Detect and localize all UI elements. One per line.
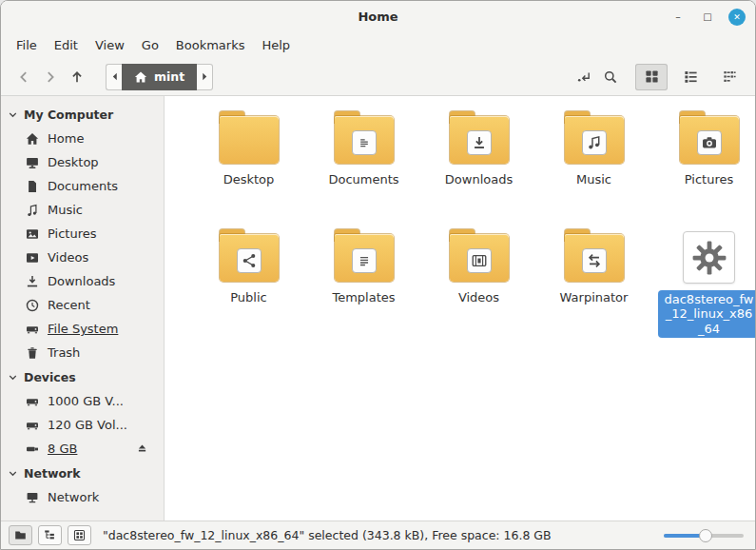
places-folder-icon: [14, 529, 27, 541]
list-view-icon: [684, 69, 698, 84]
folder-icon: [450, 229, 509, 284]
file-label: Warpinator: [560, 290, 629, 304]
trash-icon: [26, 346, 39, 360]
breadcrumb: mint: [106, 64, 213, 90]
icon-view-button[interactable]: [635, 64, 668, 90]
download-emblem: [467, 130, 492, 155]
search-button[interactable]: [597, 64, 624, 90]
folder-icon: [680, 111, 739, 166]
menu-item-go[interactable]: Go: [133, 34, 167, 56]
menu-item-help[interactable]: Help: [253, 34, 299, 56]
chevron-down-icon: [9, 112, 17, 118]
window-title: Home: [358, 10, 397, 24]
eject-icon: [136, 442, 148, 455]
file-item-documents[interactable]: Documents: [306, 111, 421, 229]
eject-button[interactable]: [136, 442, 148, 455]
file-item-videos[interactable]: Videos: [421, 229, 536, 347]
file-item-downloads[interactable]: Downloads: [421, 111, 536, 229]
zoom-slider[interactable]: [664, 529, 744, 542]
sidebar-item-8-gb[interactable]: 8 GB: [1, 437, 164, 461]
folder-icon: [565, 111, 624, 166]
sidebar-item-network[interactable]: Network: [1, 485, 164, 509]
file-label: dac8stereo_fw_12_linux_x86_64: [658, 290, 756, 338]
list-view-button[interactable]: [674, 64, 707, 90]
zoom-slider-thumb[interactable]: [699, 529, 712, 542]
titlebar[interactable]: Home – □ ✕: [1, 1, 755, 32]
breadcrumb-scroll-left-button[interactable]: [106, 64, 122, 90]
sidebar-item-label: Home: [48, 131, 84, 146]
sidebar-tree-toggle-button[interactable]: [38, 525, 62, 545]
sidebar-item-pictures[interactable]: Pictures: [1, 222, 164, 246]
music-emblem: [582, 130, 607, 155]
sidebar-item-videos[interactable]: Videos: [1, 246, 164, 269]
pictures-icon: [26, 227, 39, 241]
file-grid: DesktopDocumentsDownloadsMusicPicturesPu…: [165, 96, 756, 521]
sidebar-item-120-gb-vol[interactable]: 120 GB Vol...: [1, 413, 164, 437]
treeview-icon: [44, 529, 56, 541]
template-emblem: [352, 248, 377, 273]
sidebar-section-label: Network: [24, 466, 81, 481]
forward-icon: [43, 69, 58, 85]
statusbar: "dac8stereo_fw_12_linux_x86_64" selected…: [1, 521, 755, 549]
file-label: Public: [230, 290, 266, 304]
sidebar-item-label: Music: [48, 203, 83, 217]
file-item-public[interactable]: Public: [191, 229, 306, 347]
sidebar-item-label: Network: [48, 490, 99, 504]
toggle-location-entry-button[interactable]: [571, 64, 597, 90]
file-item-music[interactable]: Music: [536, 111, 651, 229]
sidebar-item-trash[interactable]: Trash: [1, 341, 164, 364]
menu-item-file[interactable]: File: [8, 34, 46, 56]
forward-button[interactable]: [37, 64, 64, 90]
sidebar-item-label: 1000 GB V...: [48, 394, 124, 408]
menu-item-edit[interactable]: Edit: [46, 34, 87, 56]
sidebar-item-home[interactable]: Home: [1, 127, 164, 150]
chevron-left-icon: [111, 72, 118, 81]
expand-pane-toggle-button[interactable]: [68, 525, 91, 545]
compact-view-button[interactable]: [713, 64, 746, 90]
sidebar-item-file-system[interactable]: File System: [1, 317, 164, 341]
network-icon: [26, 491, 39, 504]
sidebar-item-music[interactable]: Music: [1, 198, 164, 222]
sidebar-section-my-computer[interactable]: My Computer: [1, 102, 164, 127]
sidebar-item-label: File System: [48, 322, 118, 336]
folder-icon: [450, 111, 509, 166]
sidebar-item-label: Documents: [48, 179, 118, 193]
downloads-icon: [26, 275, 39, 288]
breadcrumb-home-button[interactable]: mint: [122, 64, 197, 90]
file-item-pictures[interactable]: Pictures: [651, 111, 756, 229]
file-item-warpinator[interactable]: Warpinator: [536, 229, 651, 347]
close-button[interactable]: ✕: [728, 9, 746, 26]
sidebar-item-label: Desktop: [48, 155, 99, 169]
menu-item-bookmarks[interactable]: Bookmarks: [167, 34, 254, 56]
menu-item-view[interactable]: View: [87, 34, 133, 56]
sidebar-item-documents[interactable]: Documents: [1, 174, 164, 198]
sidebar-item-label: Recent: [48, 298, 90, 312]
sidebar-section-label: My Computer: [24, 108, 113, 122]
toolbar: mint: [1, 58, 755, 96]
sidebar-section-label: Devices: [24, 370, 76, 384]
sidebar-section-network[interactable]: Network: [1, 461, 164, 485]
file-label: Templates: [332, 290, 395, 304]
breadcrumb-scroll-right-button[interactable]: [197, 64, 213, 90]
file-item-templates[interactable]: Templates: [306, 229, 421, 347]
sidebar-item-label: Pictures: [48, 226, 96, 241]
sidebar-section-devices[interactable]: Devices: [1, 364, 164, 389]
filesystem-icon: [26, 323, 39, 336]
file-item-dac8stereo-fw-12-linux-x86-64[interactable]: dac8stereo_fw_12_linux_x86_64: [651, 229, 756, 347]
share-emblem: [237, 248, 262, 273]
video-emblem: [467, 248, 492, 273]
sidebar-item-desktop[interactable]: Desktop: [1, 150, 164, 174]
sidebar-places-toggle-button[interactable]: [9, 525, 32, 545]
drive-icon: [26, 395, 39, 408]
file-item-desktop[interactable]: Desktop: [191, 111, 306, 229]
warp-emblem: [582, 248, 607, 273]
back-button[interactable]: [10, 64, 37, 90]
minimize-button[interactable]: –: [669, 9, 687, 26]
sidebar-item-1000-gb-v[interactable]: 1000 GB V...: [1, 389, 164, 413]
sidebar-item-label: Videos: [48, 250, 88, 265]
sidebar-item-downloads[interactable]: Downloads: [1, 269, 164, 293]
up-button[interactable]: [64, 64, 90, 90]
maximize-button[interactable]: □: [699, 9, 716, 26]
search-icon: [603, 69, 618, 85]
sidebar-item-recent[interactable]: Recent: [1, 293, 164, 317]
